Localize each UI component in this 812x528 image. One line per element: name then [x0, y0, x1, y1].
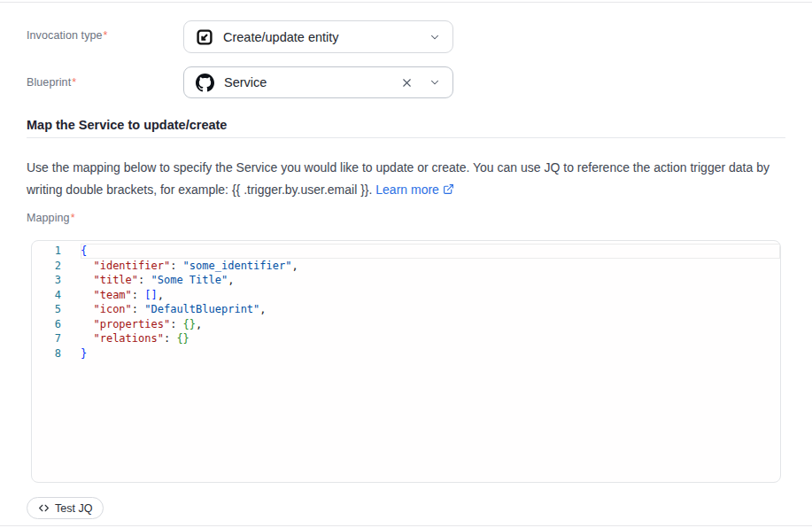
top-divider — [0, 2, 812, 3]
section-description: Use the mapping below to specify the Ser… — [27, 157, 781, 202]
line-number: 1 — [32, 244, 81, 259]
code-line-content: "relations": {} — [81, 331, 780, 346]
section-divider — [27, 137, 785, 138]
chevron-down-icon[interactable] — [429, 76, 441, 89]
line-number: 8 — [32, 346, 81, 361]
code-line[interactable]: 5 "icon": "DefaultBlueprint", — [32, 302, 780, 317]
required-asterisk: * — [104, 29, 108, 42]
chevron-down-icon[interactable] — [429, 31, 441, 43]
learn-more-link[interactable]: Learn more — [375, 182, 439, 197]
create-update-entity-icon — [196, 28, 213, 46]
required-asterisk: * — [71, 212, 75, 224]
code-line[interactable]: 4 "team": [], — [32, 288, 780, 303]
code-line-content: "title": "Some Title", — [81, 273, 780, 288]
test-jq-button-label: Test JQ — [55, 502, 92, 515]
line-number: 4 — [32, 288, 81, 303]
line-number: 7 — [32, 331, 81, 346]
test-jq-button[interactable]: Test JQ — [27, 497, 104, 519]
code-line-content: { — [81, 244, 780, 259]
code-line-content: } — [81, 346, 780, 361]
code-line[interactable]: 2 "identifier": "some_identifier", — [32, 259, 780, 274]
code-line[interactable]: 6 "properties": {}, — [32, 317, 780, 332]
code-icon — [38, 502, 50, 514]
bottom-divider — [0, 525, 812, 526]
invocation-type-value: Create/update entity — [223, 30, 339, 44]
blueprint-label-text: Blueprint — [27, 76, 71, 89]
line-number: 6 — [32, 317, 81, 332]
mapping-code-editor[interactable]: 1{2 "identifier": "some_identifier",3 "t… — [31, 240, 781, 483]
line-number: 3 — [32, 273, 81, 288]
editor-lines: 1{2 "identifier": "some_identifier",3 "t… — [32, 244, 780, 361]
blueprint-value: Service — [224, 75, 267, 89]
code-line[interactable]: 8} — [32, 346, 780, 361]
section-heading: Map the Service to update/create — [27, 118, 227, 132]
code-line-content: "icon": "DefaultBlueprint", — [81, 302, 780, 317]
close-icon[interactable] — [400, 76, 414, 89]
line-number: 5 — [32, 302, 81, 317]
invocation-type-label-text: Invocation type — [27, 29, 103, 42]
action-mapping-form: Invocation type* Create/update entity Bl… — [0, 0, 812, 528]
external-link-icon[interactable] — [443, 180, 454, 202]
code-line[interactable]: 1{ — [32, 244, 780, 259]
invocation-type-select[interactable]: Create/update entity — [183, 20, 453, 53]
code-line-content: "identifier": "some_identifier", — [81, 259, 780, 274]
required-asterisk: * — [72, 76, 76, 89]
code-line[interactable]: 3 "title": "Some Title", — [32, 273, 780, 288]
mapping-label-text: Mapping — [27, 212, 70, 224]
invocation-type-label: Invocation type* — [27, 29, 108, 42]
code-line-content: "properties": {}, — [81, 317, 780, 332]
github-icon — [196, 74, 214, 92]
blueprint-label: Blueprint* — [27, 76, 76, 89]
mapping-label: Mapping* — [27, 212, 75, 224]
code-line-content: "team": [], — [81, 288, 780, 303]
line-number: 2 — [32, 259, 81, 274]
code-line[interactable]: 7 "relations": {} — [32, 331, 780, 346]
blueprint-select[interactable]: Service — [183, 66, 453, 98]
